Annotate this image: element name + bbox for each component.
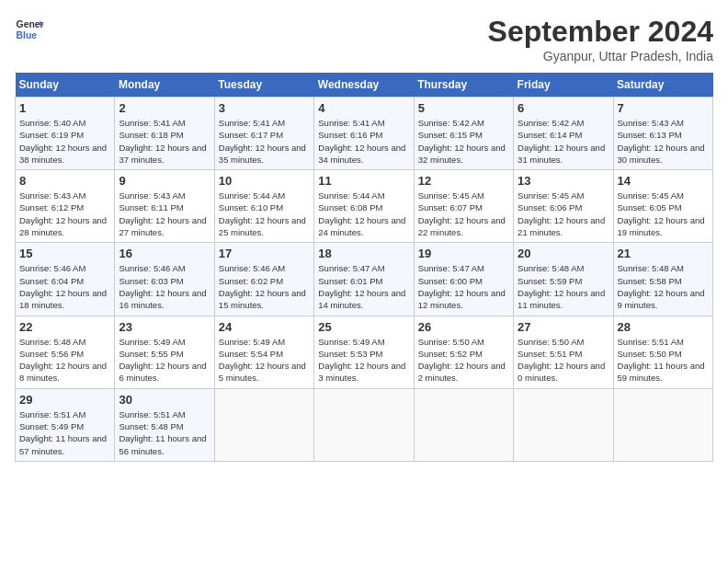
calendar-cell: 18 Sunrise: 5:47 AMSunset: 6:01 PMDaylig…: [314, 243, 414, 316]
day-number: 28: [618, 320, 709, 334]
day-number: 3: [219, 101, 310, 115]
day-number: 9: [119, 174, 210, 188]
day-number: 11: [318, 174, 409, 188]
day-detail: Sunrise: 5:51 AMSunset: 5:48 PMDaylight:…: [119, 409, 206, 456]
calendar-cell: [414, 388, 513, 461]
day-number: 14: [618, 174, 709, 188]
calendar-cell: 15 Sunrise: 5:46 AMSunset: 6:04 PMDaylig…: [16, 243, 115, 316]
day-detail: Sunrise: 5:45 AMSunset: 6:05 PMDaylight:…: [618, 190, 705, 237]
calendar-cell: 30 Sunrise: 5:51 AMSunset: 5:48 PMDaylig…: [115, 388, 214, 461]
weekday-header-row: SundayMondayTuesdayWednesdayThursdayFrid…: [16, 73, 713, 98]
weekday-header-wednesday: Wednesday: [314, 73, 414, 98]
month-title: September 2024: [488, 15, 713, 49]
day-detail: Sunrise: 5:43 AMSunset: 6:13 PMDaylight:…: [618, 118, 705, 165]
calendar-cell: 23 Sunrise: 5:49 AMSunset: 5:55 PMDaylig…: [115, 316, 214, 388]
calendar-cell: [314, 388, 414, 461]
calendar-cell: 6 Sunrise: 5:42 AMSunset: 6:14 PMDayligh…: [514, 98, 613, 170]
calendar-cell: 8 Sunrise: 5:43 AMSunset: 6:12 PMDayligh…: [16, 170, 115, 243]
calendar-cell: 1 Sunrise: 5:40 AMSunset: 6:19 PMDayligh…: [16, 98, 115, 170]
calendar-cell: 11 Sunrise: 5:44 AMSunset: 6:08 PMDaylig…: [314, 170, 414, 243]
weekday-header-thursday: Thursday: [414, 73, 513, 98]
calendar-cell: 25 Sunrise: 5:49 AMSunset: 5:53 PMDaylig…: [314, 316, 414, 388]
week-row-2: 8 Sunrise: 5:43 AMSunset: 6:12 PMDayligh…: [16, 170, 713, 243]
day-detail: Sunrise: 5:46 AMSunset: 6:04 PMDaylight:…: [19, 263, 107, 310]
day-number: 17: [219, 247, 310, 260]
weekday-header-tuesday: Tuesday: [214, 73, 313, 98]
calendar-cell: 26 Sunrise: 5:50 AMSunset: 5:52 PMDaylig…: [414, 316, 513, 388]
svg-text:Blue: Blue: [17, 30, 38, 40]
weekday-header-saturday: Saturday: [613, 73, 712, 98]
day-detail: Sunrise: 5:42 AMSunset: 6:14 PMDaylight:…: [518, 118, 605, 165]
logo: General Blue: [15, 15, 44, 44]
day-detail: Sunrise: 5:47 AMSunset: 6:01 PMDaylight:…: [318, 263, 405, 310]
day-detail: Sunrise: 5:41 AMSunset: 6:18 PMDaylight:…: [119, 118, 206, 165]
day-number: 18: [318, 247, 409, 260]
day-number: 20: [518, 247, 609, 260]
calendar-cell: 10 Sunrise: 5:44 AMSunset: 6:10 PMDaylig…: [214, 170, 313, 243]
day-detail: Sunrise: 5:49 AMSunset: 5:54 PMDaylight:…: [219, 337, 306, 384]
day-number: 8: [19, 174, 110, 188]
day-detail: Sunrise: 5:50 AMSunset: 5:51 PMDaylight:…: [518, 337, 605, 384]
day-number: 5: [418, 101, 509, 115]
calendar-cell: 17 Sunrise: 5:46 AMSunset: 6:02 PMDaylig…: [214, 243, 313, 316]
calendar-cell: 5 Sunrise: 5:42 AMSunset: 6:15 PMDayligh…: [414, 98, 513, 170]
calendar-cell: 14 Sunrise: 5:45 AMSunset: 6:05 PMDaylig…: [613, 170, 712, 243]
day-number: 21: [618, 247, 709, 260]
week-row-3: 15 Sunrise: 5:46 AMSunset: 6:04 PMDaylig…: [16, 243, 713, 316]
calendar-cell: 9 Sunrise: 5:43 AMSunset: 6:11 PMDayligh…: [115, 170, 214, 243]
weekday-header-monday: Monday: [115, 73, 214, 98]
calendar-cell: 4 Sunrise: 5:41 AMSunset: 6:16 PMDayligh…: [314, 98, 414, 170]
day-number: 22: [19, 320, 110, 334]
day-detail: Sunrise: 5:48 AMSunset: 5:58 PMDaylight:…: [618, 263, 705, 310]
day-number: 26: [418, 320, 509, 334]
weekday-header-friday: Friday: [514, 73, 613, 98]
day-detail: Sunrise: 5:43 AMSunset: 6:12 PMDaylight:…: [19, 190, 107, 237]
calendar-cell: 29 Sunrise: 5:51 AMSunset: 5:49 PMDaylig…: [16, 388, 115, 461]
day-detail: Sunrise: 5:40 AMSunset: 6:19 PMDaylight:…: [19, 118, 107, 165]
day-detail: Sunrise: 5:49 AMSunset: 5:53 PMDaylight:…: [318, 337, 405, 384]
location: Gyanpur, Uttar Pradesh, India: [488, 49, 713, 63]
day-number: 23: [119, 320, 210, 334]
calendar-cell: 21 Sunrise: 5:48 AMSunset: 5:58 PMDaylig…: [613, 243, 712, 316]
calendar-cell: 13 Sunrise: 5:45 AMSunset: 6:06 PMDaylig…: [514, 170, 613, 243]
week-row-1: 1 Sunrise: 5:40 AMSunset: 6:19 PMDayligh…: [16, 98, 713, 170]
page-header: General Blue September 2024 Gyanpur, Utt…: [15, 15, 713, 63]
calendar-cell: [613, 388, 712, 461]
calendar-cell: 16 Sunrise: 5:46 AMSunset: 6:03 PMDaylig…: [115, 243, 214, 316]
day-detail: Sunrise: 5:46 AMSunset: 6:03 PMDaylight:…: [119, 263, 206, 310]
day-number: 13: [518, 174, 609, 188]
day-detail: Sunrise: 5:45 AMSunset: 6:06 PMDaylight:…: [518, 190, 605, 237]
calendar-cell: [214, 388, 313, 461]
calendar-cell: 24 Sunrise: 5:49 AMSunset: 5:54 PMDaylig…: [214, 316, 313, 388]
day-number: 2: [119, 101, 210, 115]
calendar-cell: 2 Sunrise: 5:41 AMSunset: 6:18 PMDayligh…: [115, 98, 214, 170]
day-detail: Sunrise: 5:44 AMSunset: 6:08 PMDaylight:…: [318, 190, 405, 237]
day-detail: Sunrise: 5:51 AMSunset: 5:49 PMDaylight:…: [19, 409, 107, 456]
day-number: 12: [418, 174, 509, 188]
day-number: 27: [518, 320, 609, 334]
day-number: 24: [219, 320, 310, 334]
day-detail: Sunrise: 5:51 AMSunset: 5:50 PMDaylight:…: [618, 337, 705, 384]
day-detail: Sunrise: 5:42 AMSunset: 6:15 PMDaylight:…: [418, 118, 506, 165]
day-detail: Sunrise: 5:50 AMSunset: 5:52 PMDaylight:…: [418, 337, 506, 384]
day-detail: Sunrise: 5:41 AMSunset: 6:17 PMDaylight:…: [219, 118, 306, 165]
day-number: 25: [318, 320, 409, 334]
day-detail: Sunrise: 5:45 AMSunset: 6:07 PMDaylight:…: [418, 190, 506, 237]
day-detail: Sunrise: 5:43 AMSunset: 6:11 PMDaylight:…: [119, 190, 206, 237]
day-number: 1: [19, 101, 110, 115]
calendar-cell: 28 Sunrise: 5:51 AMSunset: 5:50 PMDaylig…: [613, 316, 712, 388]
day-detail: Sunrise: 5:44 AMSunset: 6:10 PMDaylight:…: [219, 190, 306, 237]
day-detail: Sunrise: 5:48 AMSunset: 5:59 PMDaylight:…: [518, 263, 605, 310]
calendar-cell: 19 Sunrise: 5:47 AMSunset: 6:00 PMDaylig…: [414, 243, 513, 316]
title-block: September 2024 Gyanpur, Uttar Pradesh, I…: [488, 15, 713, 63]
day-detail: Sunrise: 5:48 AMSunset: 5:56 PMDaylight:…: [19, 337, 107, 384]
day-number: 19: [418, 247, 509, 260]
day-detail: Sunrise: 5:41 AMSunset: 6:16 PMDaylight:…: [318, 118, 405, 165]
day-number: 15: [19, 247, 110, 260]
calendar-cell: 20 Sunrise: 5:48 AMSunset: 5:59 PMDaylig…: [514, 243, 613, 316]
calendar-table: SundayMondayTuesdayWednesdayThursdayFrid…: [15, 73, 713, 462]
day-number: 4: [318, 101, 409, 115]
logo-icon: General Blue: [15, 15, 44, 44]
day-detail: Sunrise: 5:47 AMSunset: 6:00 PMDaylight:…: [418, 263, 506, 310]
calendar-cell: 22 Sunrise: 5:48 AMSunset: 5:56 PMDaylig…: [16, 316, 115, 388]
